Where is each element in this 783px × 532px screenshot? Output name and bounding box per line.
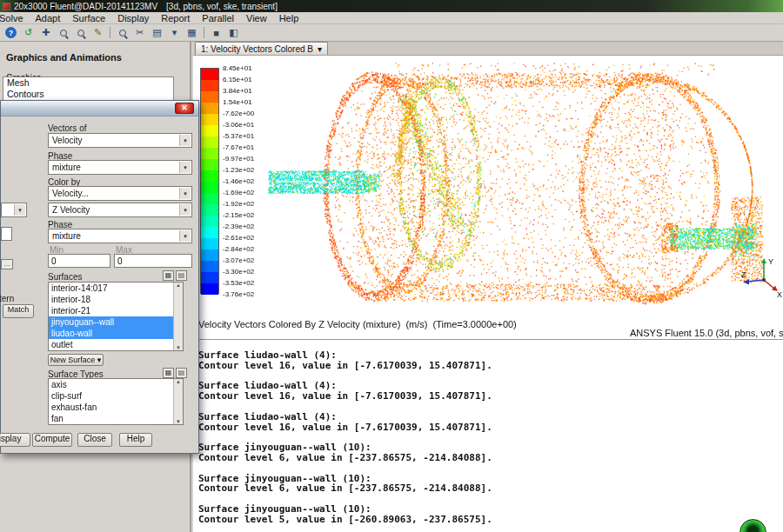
- more-button[interactable]: ▾: [166, 25, 183, 40]
- menu-display[interactable]: Display: [111, 12, 155, 24]
- zoom-in-button[interactable]: [72, 25, 89, 40]
- chevron-down-icon: ▾: [179, 204, 191, 216]
- colorbar-segment: [201, 227, 218, 238]
- surface-list-item[interactable]: jinyouguan--wall: [49, 316, 183, 328]
- close-button[interactable]: Close: [77, 433, 112, 447]
- select-all-icon[interactable]: ▦: [163, 270, 174, 281]
- menu-help[interactable]: Help: [273, 12, 305, 24]
- select-all-types-icon[interactable]: ▦: [163, 368, 174, 378]
- scale-field-fragment[interactable]: [1, 227, 12, 241]
- list-scrollbar[interactable]: ▲▼: [173, 283, 183, 350]
- graphics-tab-label: 1: Velocity Vectors Colored B: [201, 44, 313, 54]
- list-scrollbar[interactable]: ▲▼: [173, 379, 183, 424]
- close-icon[interactable]: ✕: [175, 103, 194, 114]
- velocity-component-value: Z Velocity: [52, 205, 90, 215]
- zoom-window-button[interactable]: [55, 25, 71, 40]
- match-button[interactable]: Match: [3, 304, 34, 318]
- phase2-value: mixture: [52, 231, 81, 241]
- view-options-button[interactable]: ◧: [225, 25, 242, 40]
- rotate-view-button[interactable]: ↺: [20, 25, 37, 40]
- vector-plot-canvas[interactable]: [193, 56, 783, 339]
- menu-surface[interactable]: Surface: [66, 12, 111, 24]
- graphics-list-item[interactable]: Mesh: [3, 77, 173, 89]
- half-square-icon: ◧: [229, 27, 238, 38]
- options-button-fragment[interactable]: …: [1, 259, 13, 269]
- annotate-button[interactable]: ✎: [90, 25, 106, 40]
- menu-report[interactable]: Report: [155, 12, 196, 24]
- color-by-value: Velocity...: [52, 189, 89, 198]
- magnifier-plus-icon: [77, 30, 84, 37]
- window-title-suffix: [3d, pbns, vof, ske, transient]: [166, 2, 278, 11]
- graphics-list-item[interactable]: Contours: [3, 89, 173, 100]
- scroll-down-icon[interactable]: ▼: [176, 345, 181, 350]
- rotate-icon: ↺: [24, 27, 32, 38]
- compute-button[interactable]: Compute: [32, 433, 72, 447]
- colorbar-tick-label: -1.46e+02: [223, 178, 254, 185]
- style-select-fragment[interactable]: ▾: [1, 203, 27, 217]
- color-by-select[interactable]: Velocity... ▾: [48, 186, 192, 201]
- menu-solve[interactable]: Solve: [0, 12, 30, 24]
- square-icon: ■: [213, 28, 219, 38]
- surface-list-item[interactable]: outlet: [49, 339, 183, 350]
- velocity-component-select[interactable]: Z Velocity ▾: [48, 203, 192, 217]
- plot-caption: Velocity Vectors Colored By Z Velocity (…: [198, 319, 517, 329]
- magnify-button[interactable]: [114, 25, 130, 40]
- console-line: Contour level 5, value in [-260.89063, -…: [198, 515, 783, 525]
- caret-down-icon: ▾: [172, 27, 177, 38]
- surface-type-item[interactable]: exhaust-fan: [49, 402, 183, 413]
- menu-adapt[interactable]: Adapt: [30, 12, 67, 24]
- colorbar-segment: [201, 125, 218, 136]
- colorbar-tick-label: -1.92e+02: [223, 201, 254, 208]
- scroll-up-icon[interactable]: ▲: [176, 283, 181, 288]
- colorbar-segment: [201, 91, 218, 103]
- grid-button[interactable]: ▦: [184, 25, 200, 40]
- deselect-all-types-icon[interactable]: ▤: [176, 368, 187, 378]
- min-field[interactable]: [48, 254, 110, 268]
- surface-list-item[interactable]: interior-18: [49, 294, 183, 305]
- surface-types-list[interactable]: axisclip-surfexhaust-fanfan▲▼: [48, 378, 184, 425]
- colorbar-segment: [201, 283, 218, 295]
- surface-list-item[interactable]: interior-14:017: [49, 283, 183, 294]
- graphics-viewport: 8.45e+016.15e+013.84e+011.54e+01-7.62e+0…: [193, 56, 783, 339]
- deselect-all-icon[interactable]: ▤: [176, 270, 187, 281]
- display-button[interactable]: Display: [0, 433, 30, 447]
- surface-type-item[interactable]: clip-surf: [49, 390, 183, 402]
- colorbar-tick-label: -5.37e+01: [223, 133, 254, 140]
- scroll-down-icon[interactable]: ▼: [176, 419, 181, 424]
- window-titlebar[interactable]: 20x3000 Fluent@DADI-20141123MV [3d, pbns…: [0, 0, 783, 12]
- probe-button[interactable]: ✂: [131, 25, 148, 40]
- colorbar-segment: [201, 69, 218, 80]
- pan-button[interactable]: ✚: [37, 25, 54, 40]
- surfaces-list[interactable]: interior-14:017interior-18interior-21jin…: [48, 282, 184, 351]
- grid-icon: ▦: [187, 27, 196, 38]
- chevron-down-icon: ▾: [179, 162, 191, 173]
- help-button[interactable]: ?: [5, 27, 17, 38]
- surface-type-item[interactable]: fan: [49, 413, 183, 424]
- new-surface-button[interactable]: New Surface ▾: [48, 354, 104, 366]
- dialog-titlebar[interactable]: ✕: [1, 101, 198, 116]
- console-line: [198, 463, 783, 474]
- max-field[interactable]: [114, 254, 192, 268]
- graphics-tab[interactable]: 1: Velocity Vectors Colored B ▾: [195, 42, 328, 55]
- menu-view[interactable]: View: [240, 12, 273, 24]
- axis-triad: Y Z X: [741, 256, 783, 297]
- colorbar-tick-label: -3.53e+02: [223, 280, 254, 287]
- colorbar-tick-label: -9.97e+01: [223, 156, 254, 163]
- vectors-of-select[interactable]: Velocity ▾: [48, 133, 192, 148]
- menu-parallel[interactable]: Parallel: [196, 12, 240, 24]
- colorbar-labels: 8.45e+016.15e+013.84e+011.54e+01-7.62e+0…: [223, 68, 266, 299]
- app-icon: [3, 3, 10, 10]
- phase2-select[interactable]: mixture ▾: [48, 229, 192, 243]
- measure-button[interactable]: ▤: [149, 25, 165, 40]
- surface-list-item[interactable]: interior-21: [49, 305, 183, 316]
- colorbar-segment: [201, 182, 218, 193]
- phase-select[interactable]: mixture ▾: [48, 160, 192, 175]
- surface-type-item[interactable]: axis: [49, 379, 183, 390]
- help-button[interactable]: Help: [119, 433, 152, 447]
- console-line: Contour level 16, value in [-7.6170039, …: [198, 422, 783, 433]
- shaded-display-button[interactable]: ■: [208, 25, 224, 40]
- console-output[interactable]: Surface liudao-wall (4):Contour level 16…: [193, 339, 783, 532]
- surface-list-item[interactable]: liudao-wall: [49, 328, 183, 339]
- scroll-up-icon[interactable]: ▲: [176, 379, 181, 384]
- graphics-tab-strip: 1: Velocity Vectors Colored B ▾: [193, 42, 783, 56]
